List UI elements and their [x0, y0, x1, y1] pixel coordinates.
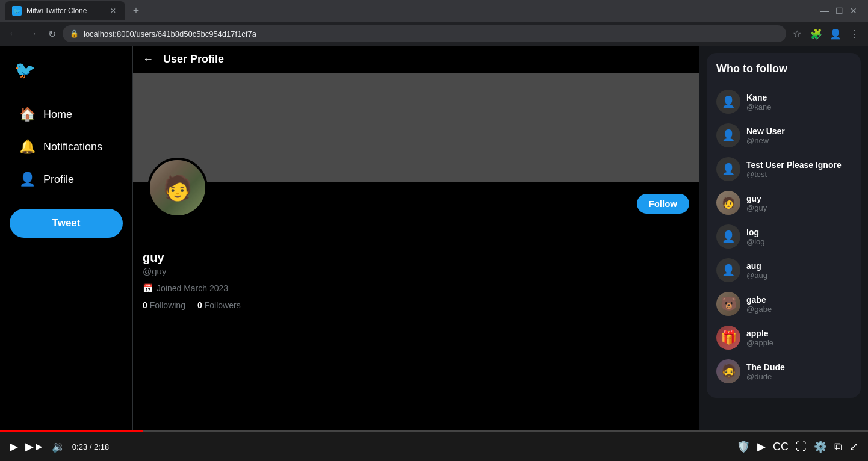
home-icon: 🏠 [19, 107, 34, 122]
sidebar-item-notifications[interactable]: 🔔 Notifications [10, 132, 123, 162]
theater-button[interactable]: ▶ [757, 440, 766, 453]
lock-icon: 🔒 [70, 29, 79, 38]
play-button[interactable]: ▶ [10, 440, 18, 453]
sidebar: 🐦 🏠 Home 🔔 Notifications 👤 Profile Tweet [0, 46, 132, 430]
browser-toolbar: ← → ↻ 🔒 localhost:8000/users/641b8d50c5b… [0, 22, 868, 46]
suggestion-info-test: Test User Please Ignore @test [746, 160, 851, 179]
tab-favicon-icon: 🐦 [12, 6, 22, 16]
address-bar[interactable]: 🔒 localhost:8000/users/641b8d50c5bc954d1… [63, 25, 786, 42]
suggestion-name-dude: The Dude [746, 362, 851, 372]
menu-icon[interactable]: ⋮ [846, 25, 863, 42]
window-controls: — ☐ ✕ [820, 6, 863, 16]
followers-stat[interactable]: 0 Followers [197, 300, 241, 310]
profile-icon[interactable]: 👤 [827, 25, 844, 42]
maximize-button[interactable]: ☐ [834, 6, 844, 16]
suggestion-handle-guy: @guy [746, 203, 851, 212]
video-right-controls: 🛡️ ▶ CC ⛶ ⚙️ ⧉ ⤢ [737, 440, 858, 453]
suggestion-avatar-test: 👤 [716, 157, 740, 181]
miniplayer-button[interactable]: ⧉ [834, 441, 842, 453]
suggestion-gabe[interactable]: 🐻 gabe @gabe [716, 287, 851, 321]
calendar-icon: 📅 [143, 283, 153, 293]
suggestion-log[interactable]: 👤 log @log [716, 220, 851, 253]
suggestion-avatar-kane: 👤 [716, 90, 740, 114]
suggestion-aug[interactable]: 👤 aug @aug [716, 253, 851, 287]
tab-title: Mitwi Twitter Clone [26, 7, 104, 15]
suggestion-handle-dude: @dude [746, 372, 851, 381]
profile-joined-text: Joined March 2023 [157, 283, 228, 293]
suggestion-handle-kane: @kane [746, 102, 851, 111]
suggestion-kane[interactable]: 👤 Kane @kane [716, 85, 851, 119]
captions-button[interactable]: CC [773, 441, 789, 453]
suggestion-name-guy: guy [746, 194, 851, 203]
volume-button[interactable]: 🔉 [52, 440, 65, 453]
extensions-icon[interactable]: 🧩 [808, 25, 825, 42]
avatar: 🧑 [147, 158, 208, 218]
suggestion-dude[interactable]: 🧔 The Dude @dude [716, 354, 851, 388]
browser-tab[interactable]: 🐦 Mitwi Twitter Clone ✕ [5, 1, 125, 20]
suggestion-guy[interactable]: 🧑 guy @guy [716, 186, 851, 220]
video-progress-track[interactable] [0, 430, 868, 432]
suggestion-info-new: New User @new [746, 126, 851, 145]
right-sidebar: Who to follow 👤 Kane @kane 👤 New User @n… [699, 46, 868, 430]
following-stat[interactable]: 0 Following [143, 300, 185, 310]
sidebar-item-profile-label: Profile [43, 173, 74, 186]
suggestion-avatar-new: 👤 [716, 123, 740, 147]
who-to-follow-panel: Who to follow 👤 Kane @kane 👤 New User @n… [707, 53, 861, 398]
next-button[interactable]: ▶► [25, 440, 45, 453]
minimize-button[interactable]: — [820, 6, 829, 16]
suggestion-info-gabe: gabe @gabe [746, 295, 851, 314]
profile-info: guy @guy 📅 Joined March 2023 0 Following… [133, 251, 699, 320]
app-logo: 🐦 [10, 55, 123, 85]
video-time: 0:23 / 2:18 [72, 442, 109, 451]
reload-button[interactable]: ↻ [43, 25, 60, 42]
video-time-current: 0:23 [72, 442, 87, 451]
avatar-image: 🧑 [150, 160, 205, 215]
suggestion-name-kane: Kane [746, 93, 851, 102]
back-arrow-button[interactable]: ← [143, 53, 153, 66]
tab-close-button[interactable]: ✕ [108, 6, 118, 16]
suggestion-handle-new: @new [746, 136, 851, 145]
sidebar-item-notifications-label: Notifications [43, 141, 102, 153]
suggestion-handle-apple: @apple [746, 338, 851, 347]
suggestion-name-aug: aug [746, 261, 851, 271]
sidebar-item-profile[interactable]: 👤 Profile [10, 164, 123, 194]
main-content: ← User Profile 🧑 Follow guy @guy [132, 46, 699, 430]
back-button[interactable]: ← [5, 25, 22, 42]
tweet-button[interactable]: Tweet [10, 209, 123, 238]
close-button[interactable]: ✕ [849, 6, 858, 16]
page-title: User Profile [163, 53, 224, 66]
suggestion-info-kane: Kane @kane [746, 93, 851, 111]
person-icon: 👤 [19, 172, 34, 187]
suggestion-info-dude: The Dude @dude [746, 362, 851, 381]
tab-bar: 🐦 Mitwi Twitter Clone ✕ + — ☐ ✕ [0, 0, 868, 22]
suggestion-name-log: log [746, 227, 851, 237]
url-text: localhost:8000/users/641b8d50c5bc954d17f… [84, 29, 256, 39]
bell-icon: 🔔 [19, 139, 34, 155]
profile-stats: 0 Following 0 Followers [143, 300, 689, 310]
sidebar-item-home-label: Home [43, 108, 72, 121]
suggestion-avatar-gabe: 🐻 [716, 292, 740, 316]
suggestion-info-guy: guy @guy [746, 194, 851, 212]
followers-label: Followers [205, 300, 241, 310]
profile-name: guy [143, 251, 689, 265]
follow-button[interactable]: Follow [637, 194, 690, 214]
suggestion-avatar-guy: 🧑 [716, 191, 740, 215]
suggestion-avatar-apple: 🎁 [716, 326, 740, 350]
suggestion-info-apple: apple @apple [746, 329, 851, 347]
suggestion-test[interactable]: 👤 Test User Please Ignore @test [716, 152, 851, 186]
settings-button[interactable]: ⚙️ [814, 440, 827, 453]
bookmark-icon[interactable]: ☆ [789, 25, 805, 42]
suggestion-handle-gabe: @gabe [746, 305, 851, 314]
suggestion-handle-test: @test [746, 170, 851, 179]
sidebar-item-home[interactable]: 🏠 Home [10, 99, 123, 129]
sidebar-nav: 🏠 Home 🔔 Notifications 👤 Profile [10, 99, 123, 194]
suggestion-apple[interactable]: 🎁 apple @apple [716, 321, 851, 354]
expand-button[interactable]: ⤢ [849, 440, 858, 453]
forward-button[interactable]: → [24, 25, 41, 42]
shield-button[interactable]: 🛡️ [737, 440, 750, 453]
suggestion-new[interactable]: 👤 New User @new [716, 119, 851, 152]
fullscreen-button[interactable]: ⛶ [796, 441, 807, 453]
new-tab-button[interactable]: + [128, 2, 144, 19]
profile-actions: Follow [133, 187, 699, 221]
followers-count: 0 [197, 300, 202, 310]
